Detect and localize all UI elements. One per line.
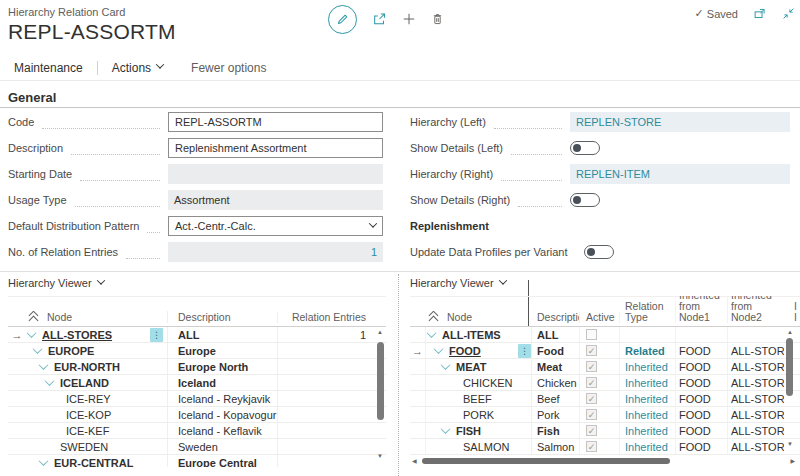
relation-type-link[interactable]: Inherited: [625, 425, 668, 437]
active-checkbox[interactable]: [586, 425, 597, 436]
node-cell[interactable]: PORK: [426, 407, 518, 422]
description-column-header[interactable]: Description: [532, 312, 580, 323]
relation-type-link[interactable]: Related: [625, 345, 665, 357]
chevron-down-icon[interactable]: [441, 360, 451, 370]
chevron-down-icon[interactable]: [39, 456, 49, 466]
vertical-scrollbar-thumb[interactable]: [377, 342, 384, 420]
relation-type-link[interactable]: Inherited: [625, 441, 668, 453]
chevron-down-icon[interactable]: [45, 376, 55, 386]
table-row[interactable]: →FOOD⋮FoodRelatedFOODALL-STORES: [410, 343, 800, 359]
node-label[interactable]: MEAT: [456, 361, 486, 373]
table-row[interactable]: MEATMeatInheritedFOODALL-STORES: [410, 359, 800, 375]
delete-button[interactable]: [431, 12, 444, 26]
relation-type-link[interactable]: Inherited: [625, 377, 668, 389]
menu-maintenance[interactable]: Maintenance: [0, 61, 97, 75]
collapse-all-icon[interactable]: [28, 311, 40, 323]
hierarchy-left-link[interactable]: REPLEN-STORE: [570, 112, 790, 132]
node-cell[interactable]: ALL-ITEMS: [426, 327, 518, 342]
node-cell[interactable]: SALMON: [426, 439, 518, 454]
table-row[interactable]: ICE-KOPIceland - Kopavogur: [8, 407, 386, 423]
node-cell[interactable]: EUR-CENTRAL: [26, 455, 168, 467]
table-row[interactable]: SWEDENSweden: [8, 439, 386, 455]
active-column-header[interactable]: Active: [580, 312, 620, 323]
node-cell[interactable]: EUROPE: [26, 343, 168, 358]
scroll-down-icon[interactable]: ▼: [785, 440, 795, 448]
relation-type-column-header[interactable]: Relation Type: [620, 301, 676, 323]
node-label[interactable]: ALL-STORES: [42, 329, 112, 341]
inherited-from-node1-column-header[interactable]: Inherited from Node1: [676, 296, 728, 323]
node-label[interactable]: EUR-NORTH: [54, 361, 120, 373]
node-cell[interactable]: EUR-NORTH: [26, 359, 168, 374]
table-row[interactable]: →ALL-STORES⋮ALL1: [8, 327, 386, 343]
scroll-down-icon[interactable]: ▼: [375, 452, 385, 460]
menu-actions[interactable]: Actions: [98, 61, 177, 75]
active-checkbox[interactable]: [586, 345, 597, 356]
node-label[interactable]: ICELAND: [60, 377, 109, 389]
node-label[interactable]: FISH: [456, 425, 481, 437]
table-row[interactable]: CHICKENChickenInheritedFOODALL-STORES: [410, 375, 800, 391]
table-row[interactable]: PORKPorkInheritedFOODALL-STORES: [410, 407, 800, 423]
chevron-down-icon[interactable]: [27, 328, 37, 338]
node-cell[interactable]: FOOD: [426, 343, 518, 358]
active-checkbox[interactable]: [586, 329, 597, 340]
chevron-down-icon[interactable]: [427, 328, 437, 338]
node-column-header[interactable]: Node: [447, 312, 472, 323]
node-cell[interactable]: ALL-STORES⋮: [26, 327, 168, 342]
chevron-down-icon[interactable]: [434, 344, 444, 354]
hierarchy-right-link[interactable]: REPLEN-ITEM: [570, 164, 790, 184]
menu-fewer-options[interactable]: Fewer options: [177, 61, 280, 75]
code-input[interactable]: [168, 112, 383, 132]
open-in-window-button[interactable]: [753, 7, 767, 20]
edit-button[interactable]: [328, 5, 357, 34]
table-row[interactable]: EUROPEEurope: [8, 343, 386, 359]
node-label[interactable]: PORK: [463, 409, 494, 421]
node-cell[interactable]: ICE-REY: [26, 391, 168, 406]
table-row[interactable]: SALMONSalmonInheritedFOODALL-STORES: [410, 439, 800, 455]
horizontal-scrollbar[interactable]: ◀ ▶: [412, 457, 795, 466]
relation-type-link[interactable]: Inherited: [625, 361, 668, 373]
table-row[interactable]: ICE-KEFIceland - Keflavik: [8, 423, 386, 439]
table-row[interactable]: ICELANDIceland: [8, 375, 386, 391]
scroll-up-icon[interactable]: ▲: [375, 328, 385, 336]
table-row[interactable]: EUR-CENTRALEurope Central: [8, 455, 386, 467]
scroll-left-icon[interactable]: ◀: [412, 457, 417, 465]
vertical-scrollbar-thumb[interactable]: [786, 338, 793, 396]
relation-entries-column-header[interactable]: Relation Entries: [278, 312, 366, 323]
node-label[interactable]: BEEF: [463, 393, 492, 405]
node-label[interactable]: EUR-CENTRAL: [54, 457, 133, 468]
node-label[interactable]: EUROPE: [48, 345, 94, 357]
new-button[interactable]: [402, 12, 416, 26]
active-checkbox[interactable]: [586, 441, 597, 452]
description-column-header[interactable]: Description: [168, 312, 278, 323]
node-cell[interactable]: ICELAND: [26, 375, 168, 390]
show-details-left-toggle[interactable]: [570, 141, 600, 155]
table-row[interactable]: BEEFBeefInheritedFOODALL-STORES: [410, 391, 800, 407]
node-cell[interactable]: ICE-KOP: [26, 407, 168, 422]
node-label[interactable]: FOOD: [449, 345, 481, 357]
row-menu-button[interactable]: ⋮: [150, 328, 163, 342]
node-cell[interactable]: FISH: [426, 423, 518, 438]
chevron-down-icon[interactable]: [33, 344, 43, 354]
show-details-right-toggle[interactable]: [570, 193, 600, 207]
active-checkbox[interactable]: [586, 393, 597, 404]
node-label[interactable]: ALL-ITEMS: [442, 329, 501, 341]
node-label[interactable]: ICE-KEF: [66, 425, 109, 437]
table-row[interactable]: EUR-NORTHEurope North: [8, 359, 386, 375]
chevron-down-icon[interactable]: [39, 360, 49, 370]
horizontal-scrollbar-thumb[interactable]: [422, 458, 670, 464]
description-input[interactable]: [168, 138, 383, 158]
node-label[interactable]: SWEDEN: [60, 441, 108, 453]
chevron-down-icon[interactable]: [441, 424, 451, 434]
node-label[interactable]: ICE-REY: [66, 393, 111, 405]
relation-type-link[interactable]: Inherited: [625, 393, 668, 405]
active-checkbox[interactable]: [586, 361, 597, 372]
node-cell[interactable]: BEEF: [426, 391, 518, 406]
scroll-up-icon[interactable]: ▲: [785, 328, 795, 336]
inherited-from-node2-column-header[interactable]: Inherited from Node2: [728, 296, 784, 323]
row-menu-button[interactable]: ⋮: [518, 344, 531, 358]
active-checkbox[interactable]: [586, 377, 597, 388]
node-column-header[interactable]: Node: [47, 312, 72, 323]
right-hierarchy-viewer-title[interactable]: Hierarchy Viewer: [410, 277, 506, 289]
update-data-profiles-toggle[interactable]: [584, 245, 614, 259]
node-cell[interactable]: CHICKEN: [426, 375, 518, 390]
